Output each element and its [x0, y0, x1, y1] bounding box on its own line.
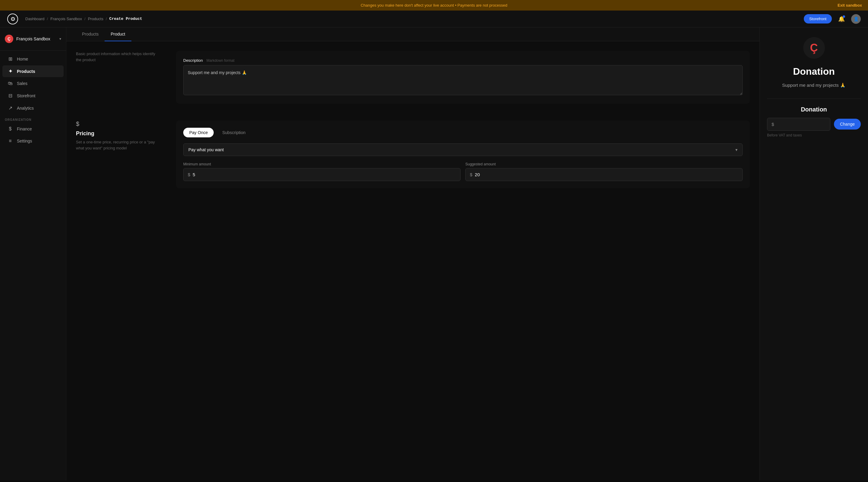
preview-price-field[interactable]: $: [767, 118, 830, 131]
preview-description: Support me and my projects 🙏: [782, 82, 846, 89]
sandbox-banner: Changes you make here don't affect your …: [0, 0, 868, 10]
preview-panel: Ç Donation Support me and my projects 🙏 …: [760, 27, 868, 481]
sidebar-item-products[interactable]: ✦ Products: [2, 65, 64, 77]
form-area: Basic product information which helps id…: [66, 41, 760, 198]
description-form-panel: Description Markdown format: [176, 51, 750, 111]
sidebar-item-settings[interactable]: ≡ Settings: [2, 135, 64, 147]
tabs-row: Products Product: [66, 27, 760, 41]
pricing-model-label: Pay what you want: [188, 147, 224, 152]
sidebar-item-analytics[interactable]: ↗ Analytics: [2, 102, 64, 114]
storefront-icon: ⊟: [7, 93, 13, 98]
notification-bell[interactable]: 🔔: [837, 14, 846, 24]
sidebar-item-storefront[interactable]: ⊟ Storefront: [2, 90, 64, 101]
preview-product-title: Donation: [793, 66, 835, 77]
minimum-amount-label: Minimum amount: [183, 162, 461, 166]
pricing-card: Pay Once Subscription Pay what you want …: [176, 121, 750, 188]
suggested-amount-value: 20: [475, 172, 480, 177]
suggested-amount-input[interactable]: $ 20: [465, 168, 743, 181]
sidebar-item-storefront-label: Storefront: [17, 93, 35, 98]
exit-sandbox-link[interactable]: Exit sandbox: [838, 3, 862, 7]
breadcrumb-sandbox[interactable]: François Sandbox: [50, 17, 82, 21]
sidebar-item-analytics-label: Analytics: [17, 106, 34, 110]
account-name: François Sandbox: [16, 36, 56, 41]
preview-section-title: Donation: [767, 106, 861, 113]
minimum-amount-input[interactable]: $ 5: [183, 168, 461, 181]
select-arrow-icon: ▾: [735, 147, 738, 152]
sidebar-item-sales[interactable]: 🛍 Sales: [2, 78, 64, 89]
main-layout: Ç François Sandbox ▾ ⊞ Home ✦ Products 🛍…: [0, 27, 868, 481]
sidebar-item-settings-label: Settings: [17, 138, 32, 143]
account-icon: Ç: [5, 35, 13, 43]
amount-fields: Minimum amount $ 5 Suggested amount: [183, 162, 743, 181]
analytics-icon: ↗: [7, 105, 13, 111]
suggested-amount-field: Suggested amount $ 20: [465, 162, 743, 181]
preview-logo: Ç: [803, 37, 825, 59]
sidebar-divider: [0, 50, 66, 51]
pricing-model-select[interactable]: Pay what you want ▾: [183, 143, 743, 156]
sidebar: Ç François Sandbox ▾ ⊞ Home ✦ Products 🛍…: [0, 27, 66, 481]
logo-icon: ⊙: [10, 16, 15, 22]
sales-icon: 🛍: [7, 81, 13, 86]
topnav-right: Storefront 🔔 👤: [804, 14, 861, 24]
subscription-button[interactable]: Subscription: [216, 128, 251, 137]
bell-dot: [843, 15, 845, 18]
home-icon: ⊞: [7, 56, 13, 62]
sidebar-item-products-label: Products: [17, 69, 35, 74]
preview-price-input-row: $ Change: [767, 118, 861, 131]
sidebar-account[interactable]: Ç François Sandbox ▾: [0, 32, 66, 48]
account-chevron-icon: ▾: [59, 37, 61, 41]
sandbox-message: Changes you make here don't affect your …: [361, 3, 507, 7]
pay-type-toggle: Pay Once Subscription: [183, 128, 743, 137]
products-icon: ✦: [7, 68, 13, 74]
pricing-form-panel: Pay Once Subscription Pay what you want …: [176, 121, 750, 188]
preview-currency-symbol: $: [772, 122, 774, 127]
minimum-amount-field: Minimum amount $ 5: [183, 162, 461, 181]
tab-products[interactable]: Products: [76, 27, 104, 41]
sidebar-item-home[interactable]: ⊞ Home: [2, 53, 64, 65]
sidebar-item-finance-label: Finance: [17, 127, 32, 131]
description-textarea[interactable]: [183, 65, 743, 95]
main-content: Products Product Basic product informati…: [66, 27, 760, 481]
minimum-amount-value: 5: [193, 172, 195, 177]
min-currency-symbol: $: [188, 172, 190, 177]
topnav: ⊙ Dashboard / François Sandbox / Product…: [0, 10, 868, 27]
pricing-section-desc: Set a one-time price, recurring price or…: [76, 139, 157, 151]
avatar[interactable]: 👤: [851, 14, 861, 24]
breadcrumb: Dashboard / François Sandbox / Products …: [25, 17, 797, 21]
pay-once-button[interactable]: Pay Once: [183, 128, 214, 137]
description-section: Description Markdown format: [176, 51, 750, 104]
description-format-hint: Markdown format: [207, 59, 235, 63]
preview-logo-letter: Ç: [810, 41, 818, 54]
description-info-panel: Basic product information which helps id…: [76, 51, 166, 63]
description-label-row: Description Markdown format: [183, 58, 743, 63]
storefront-button[interactable]: Storefront: [804, 14, 832, 24]
org-section-label: ORGANIZATION: [0, 115, 66, 123]
preview-logo-inner: Ç: [804, 38, 824, 58]
logo[interactable]: ⊙: [7, 13, 18, 24]
sug-currency-symbol: $: [470, 172, 472, 177]
breadcrumb-products[interactable]: Products: [88, 17, 103, 21]
breadcrumb-create-product: Create Product: [110, 17, 142, 21]
suggested-amount-label: Suggested amount: [465, 162, 743, 166]
description-label-text: Description: [183, 58, 203, 63]
breadcrumb-dashboard[interactable]: Dashboard: [25, 17, 44, 21]
sidebar-item-sales-label: Sales: [17, 81, 27, 86]
basic-info-desc: Basic product information which helps id…: [76, 51, 157, 63]
pricing-section-icon: $: [76, 121, 157, 127]
finance-icon: $: [7, 126, 13, 132]
sidebar-item-finance[interactable]: $ Finance: [2, 123, 64, 135]
settings-icon: ≡: [7, 138, 13, 144]
preview-divider: [767, 98, 861, 99]
tab-product[interactable]: Product: [104, 27, 131, 41]
sidebar-item-home-label: Home: [17, 57, 28, 61]
preview-vat-note: Before VAT and taxes: [767, 133, 861, 137]
change-button[interactable]: Change: [834, 119, 861, 130]
pricing-section-title: Pricing: [76, 130, 157, 137]
pricing-info-panel: $ Pricing Set a one-time price, recurrin…: [76, 121, 166, 151]
